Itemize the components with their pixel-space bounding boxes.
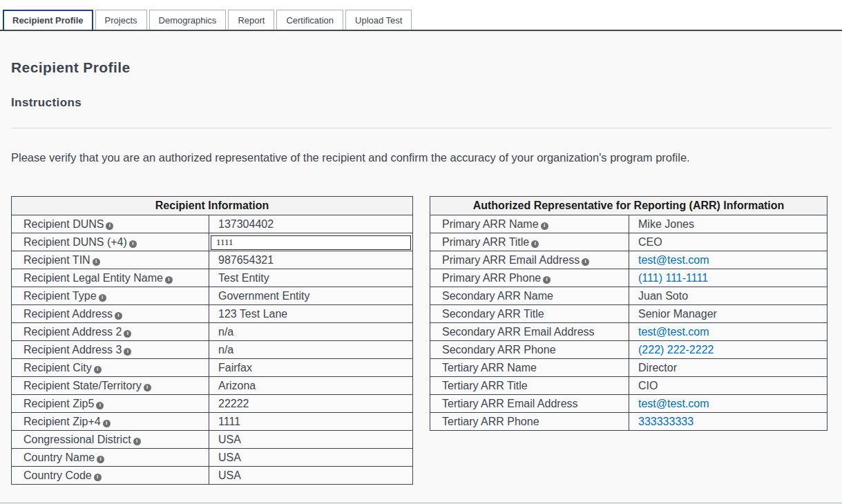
page-title: Recipient Profile	[11, 31, 831, 76]
table-row: Congressional DistrictiUSA	[12, 431, 413, 449]
tables-container: Recipient Information Recipient DUNSi137…	[11, 196, 831, 485]
info-icon[interactable]: i	[94, 474, 102, 481]
table-row: Tertiary ARR TitleCIO	[430, 377, 827, 395]
tab-projects[interactable]: Projects	[95, 10, 147, 30]
row-label: Primary ARR Email Address	[442, 254, 580, 266]
row-value-cell: CIO	[629, 377, 827, 395]
row-label: Recipient Address 2	[23, 326, 122, 338]
info-icon[interactable]: i	[94, 366, 102, 374]
row-label: Primary ARR Name	[442, 218, 539, 230]
row-value-cell: Fairfax	[209, 359, 413, 377]
table-row: Primary ARR Email Addressitest@test.com	[430, 251, 827, 269]
row-value-cell: USA	[209, 449, 413, 467]
info-icon[interactable]: i	[103, 420, 111, 427]
tab-bar: Recipient ProfileProjectsDemographicsRep…	[0, 0, 842, 31]
row-value-cell: (111) 111-1111	[629, 269, 827, 287]
tab-certification[interactable]: Certification	[276, 10, 343, 30]
arr-table-body: Primary ARR NameiMike JonesPrimary ARR T…	[430, 215, 827, 431]
tertiary-arr-phone-link[interactable]: 333333333	[638, 416, 693, 427]
info-icon[interactable]: i	[531, 240, 539, 248]
row-value-cell: Mike Jones	[629, 215, 827, 233]
row-label: Tertiary ARR Phone	[442, 416, 539, 427]
tab-demographics[interactable]: Demographics	[149, 10, 227, 30]
info-icon[interactable]: i	[106, 222, 113, 230]
info-icon[interactable]: i	[582, 258, 589, 266]
row-value-cell: 1111	[209, 413, 413, 431]
info-icon[interactable]: i	[541, 222, 548, 230]
row-label: Secondary ARR Name	[442, 290, 553, 302]
row-label: Recipient State/Territory	[23, 380, 142, 391]
row-label-cell: Tertiary ARR Title	[430, 377, 629, 395]
tertiary-arr-email-address-link[interactable]: test@test.com	[638, 398, 709, 409]
row-label-cell: Primary ARR Namei	[430, 215, 629, 233]
row-value-cell: n/a	[209, 341, 413, 359]
info-icon[interactable]: i	[99, 294, 106, 302]
row-value-cell: test@test.com	[629, 251, 827, 269]
table-row: Recipient Addressi123 Test Lane	[12, 305, 413, 323]
row-value-cell: n/a	[209, 323, 413, 341]
row-value: 987654321	[218, 254, 274, 266]
row-label-cell: Recipient Address 2i	[12, 323, 209, 341]
primary-arr-phone-link[interactable]: (111) 111-1111	[638, 272, 708, 284]
row-value-cell: test@test.com	[629, 395, 827, 413]
table-row: Recipient Zip+4i1111	[12, 413, 413, 431]
row-label: Secondary ARR Title	[442, 308, 544, 320]
info-icon[interactable]: i	[93, 258, 100, 266]
info-icon[interactable]: i	[129, 240, 137, 248]
row-label: Recipient Zip+4	[23, 416, 101, 427]
row-label: Recipient Address 3	[23, 344, 122, 356]
info-icon[interactable]: i	[165, 276, 173, 284]
row-value: Director	[638, 362, 677, 374]
info-icon[interactable]: i	[543, 276, 551, 284]
tab-report[interactable]: Report	[228, 10, 274, 30]
row-value-cell: Test Entity	[209, 269, 413, 287]
secondary-arr-phone-link[interactable]: (222) 222-2222	[638, 344, 714, 356]
table-row: Recipient DUNSi137304402	[12, 215, 413, 233]
row-label-cell: Primary ARR Titlei	[430, 233, 629, 251]
arr-information-header: Authorized Representative for Reporting …	[430, 197, 827, 215]
row-value-cell: test@test.com	[629, 323, 827, 341]
table-row: Recipient DUNS (+4)i	[12, 233, 413, 251]
info-icon[interactable]: i	[96, 402, 104, 409]
row-label: Recipient Zip5	[23, 398, 94, 409]
table-row: Tertiary ARR NameDirector	[430, 359, 827, 377]
row-value: USA	[218, 452, 241, 463]
row-label-cell: Country Codei	[12, 467, 209, 485]
info-icon[interactable]: i	[133, 438, 141, 445]
row-value-cell: 987654321	[209, 251, 413, 269]
table-row: Secondary ARR TitleSenior Manager	[430, 305, 827, 323]
info-icon[interactable]: i	[144, 384, 151, 391]
recipient-duns-4-input[interactable]	[211, 235, 411, 250]
info-icon[interactable]: i	[124, 330, 131, 338]
tab-recipient-profile[interactable]: Recipient Profile	[3, 10, 93, 30]
row-label-cell: Secondary ARR Name	[430, 287, 629, 305]
row-label-cell: Recipient Cityi	[12, 359, 209, 377]
table-row: Primary ARR Phonei(111) 111-1111	[430, 269, 827, 287]
table-row: Recipient State/TerritoryiArizona	[12, 377, 413, 395]
row-value: Government Entity	[218, 290, 310, 302]
row-label: Tertiary ARR Email Address	[442, 398, 578, 409]
row-value: Senior Manager	[638, 308, 717, 320]
row-label-cell: Tertiary ARR Email Address	[430, 395, 629, 413]
info-icon[interactable]: i	[97, 456, 104, 463]
table-row: Country CodeiUSA	[12, 467, 413, 485]
row-label-cell: Recipient DUNS (+4)i	[12, 233, 209, 251]
row-label: Recipient Legal Entity Name	[23, 272, 163, 284]
tab-upload-test[interactable]: Upload Test	[345, 10, 412, 30]
row-value: Fairfax	[218, 362, 252, 374]
secondary-arr-email-address-link[interactable]: test@test.com	[638, 326, 709, 338]
row-label: Tertiary ARR Title	[442, 380, 528, 391]
info-icon[interactable]: i	[115, 312, 122, 320]
row-label-cell: Recipient Zip5i	[12, 395, 209, 413]
info-icon[interactable]: i	[124, 348, 131, 356]
row-label-cell: Secondary ARR Email Address	[430, 323, 629, 341]
row-value: USA	[218, 434, 241, 445]
row-label: Country Name	[23, 452, 95, 463]
primary-arr-email-address-link[interactable]: test@test.com	[638, 254, 709, 266]
table-row: Country NameiUSA	[12, 449, 413, 467]
row-value-cell: Arizona	[209, 377, 413, 395]
row-label: Recipient Type	[23, 290, 97, 302]
table-row: Tertiary ARR Phone333333333	[430, 413, 827, 431]
row-label: Primary ARR Title	[442, 236, 529, 248]
table-row: Recipient Zip5i22222	[12, 395, 413, 413]
